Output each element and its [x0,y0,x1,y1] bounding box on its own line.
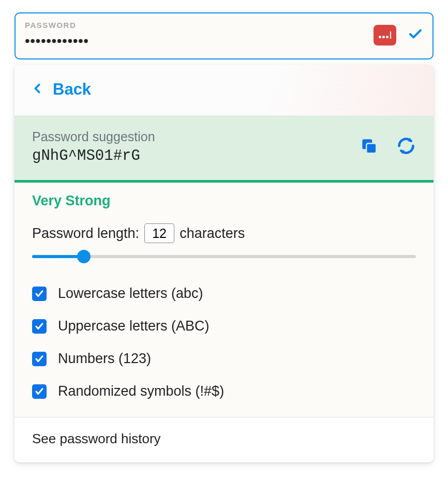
password-field-value[interactable]: •••••••••••• [25,33,89,49]
password-field-label: PASSWORD [25,21,89,29]
suggestion-value: gNhG^MS01#rG [32,147,155,164]
popover-caret [303,65,316,66]
option-label: Randomized symbols (!#$) [58,383,224,399]
checkbox-icon[interactable] [32,384,47,399]
suggestion-label: Password suggestion [32,129,155,144]
strength-label: Very Strong [32,193,416,209]
generator-panel: Back Password suggestion gNhG^MS01#rG Ve… [14,65,434,462]
copy-icon[interactable] [359,136,379,158]
length-prefix: Password length: [32,226,139,242]
option-uppercase[interactable]: Uppercase letters (ABC) [32,310,416,342]
back-button[interactable]: Back [14,65,434,116]
length-suffix: characters [180,226,245,242]
length-slider[interactable] [32,250,416,263]
chevron-left-icon [32,80,43,99]
option-label: Lowercase letters (abc) [58,286,203,302]
slider-fill [32,255,84,258]
svg-rect-1 [366,143,376,153]
back-label: Back [53,80,91,99]
option-symbols[interactable]: Randomized symbols (!#$) [32,375,416,408]
see-password-history[interactable]: See password history [14,417,434,462]
length-input[interactable] [144,223,174,243]
checkbox-icon[interactable] [32,287,47,301]
refresh-icon[interactable] [396,136,416,158]
confirm-check-icon[interactable] [408,26,423,44]
checkbox-icon[interactable] [32,352,47,366]
checkbox-icon[interactable] [32,319,47,334]
option-label: Numbers (123) [58,351,151,367]
option-label: Uppercase letters (ABC) [58,318,210,334]
option-lowercase[interactable]: Lowercase letters (abc) [32,277,416,310]
password-field-container: PASSWORD •••••••••••• [14,12,434,59]
password-manager-icon[interactable] [374,25,396,46]
option-numbers[interactable]: Numbers (123) [32,342,416,375]
slider-thumb[interactable] [77,250,91,263]
